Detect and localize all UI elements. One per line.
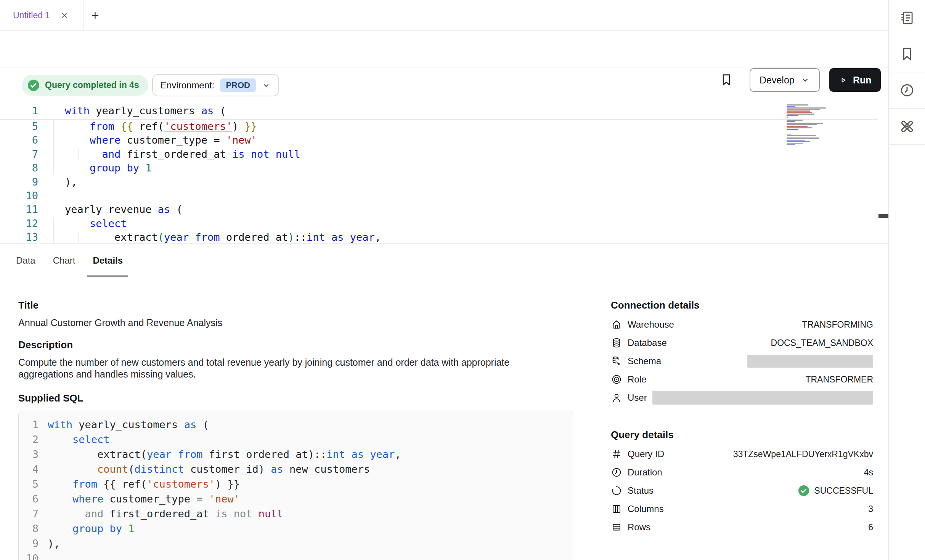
tab-untitled-1[interactable]: Untitled 1	[0, 0, 84, 30]
detail-row: DatabaseDOCS_TEAM_SANDBOX	[611, 334, 873, 352]
detail-value: 33TZseWpe1ALFDUYerxR1gVKxbv	[733, 449, 873, 459]
toolbar: Develop Run	[0, 31, 888, 67]
sql-editor[interactable]: 1with yearly_customers as ( 5 from {{ re…	[0, 103, 888, 244]
code-line: 7 and first_ordered_at is not null	[19, 506, 573, 521]
editor-lines: 5 from {{ ref('customers') }}6 where cus…	[0, 120, 888, 244]
tab-chart[interactable]: Chart	[53, 244, 75, 277]
detail-label: Status	[628, 485, 654, 496]
connection-details-list: WarehouseTRANSFORMINGDatabaseDOCS_TEAM_S…	[611, 315, 873, 407]
bookmark-icon[interactable]	[889, 36, 925, 72]
code-line: 10	[19, 551, 573, 560]
line-number: 9	[19, 536, 39, 551]
detail-row: Rows6	[611, 518, 873, 536]
detail-value: 6	[868, 522, 873, 533]
detail-value: 3	[868, 504, 873, 514]
minimap-line	[787, 141, 810, 142]
detail-value	[747, 355, 873, 368]
detail-label: Columns	[628, 504, 664, 514]
detail-row: Query ID33TZseWpe1ALFDUYerxR1gVKxbv	[611, 445, 873, 463]
line-number: 1	[19, 417, 39, 432]
minimap-line	[787, 112, 812, 113]
detail-label: Rows	[628, 522, 650, 533]
minimap-line	[787, 106, 795, 107]
connection-details-heading: Connection details	[611, 299, 873, 311]
code-line: 5 from {{ ref('customers') }}	[0, 120, 888, 133]
duration-icon	[611, 467, 622, 478]
chevron-down-icon	[262, 81, 271, 90]
minimap-line	[787, 138, 819, 139]
line-number: 5	[19, 477, 39, 491]
supplied-sql-block: 1with yearly_customers as (2 select3 ext…	[18, 411, 573, 560]
code-line: 6 where customer_type = 'new'	[19, 491, 573, 506]
new-tab-button[interactable]	[90, 10, 100, 21]
code-line: 11yearly_revenue as (	[0, 203, 888, 216]
detail-label: Schema	[628, 356, 661, 366]
editor-minimap[interactable]	[787, 104, 829, 146]
code-line: 12 select	[0, 217, 888, 230]
notebook-icon[interactable]	[889, 0, 925, 36]
schema-icon	[611, 355, 622, 367]
detail-label: Database	[628, 338, 667, 348]
line-number: 5	[0, 120, 38, 133]
description-value: Compute the number of new customers and …	[18, 357, 556, 380]
environment-value-badge: PROD	[220, 78, 256, 92]
query-details-heading: Query details	[611, 429, 873, 440]
code-line: 8 group by 1	[0, 161, 888, 175]
code-line: 9),	[0, 175, 888, 189]
app: Untitled 1 Develop Run Query completed i…	[0, 0, 925, 560]
code-line: 10	[0, 189, 888, 203]
close-icon[interactable]	[60, 11, 69, 20]
code-line: 8 group by 1	[19, 521, 573, 536]
code-line: 3 extract(year from first_ordered_at)::i…	[19, 447, 573, 462]
code-line: 13 extract(year from ordered_at)::int as…	[0, 230, 888, 244]
editor-scrollbar-thumb[interactable]	[878, 214, 888, 218]
database-icon	[611, 337, 622, 349]
description-heading: Description	[18, 339, 573, 350]
line-number: 6	[0, 133, 38, 147]
line-number: 13	[0, 230, 38, 244]
detail-label: Warehouse	[628, 319, 674, 330]
detail-row: User	[611, 389, 873, 407]
detail-row: Schema	[611, 352, 873, 370]
code-line: 7 and first_ordered_at is not null	[0, 147, 888, 161]
tab-label: Untitled 1	[13, 10, 50, 21]
role-icon	[611, 374, 622, 385]
detail-value: DOCS_TEAM_SANDBOX	[771, 338, 873, 348]
copilot-icon[interactable]	[889, 109, 925, 145]
line-number: 8	[0, 161, 38, 175]
user-icon	[611, 392, 622, 403]
details-left-column: Title Annual Customer Growth and Revenue…	[18, 277, 573, 560]
title-heading: Title	[18, 299, 573, 311]
minimap-line	[787, 109, 820, 110]
query-status-text: Query completed in 4s	[45, 80, 139, 90]
minimap-line	[787, 117, 788, 118]
tab-data[interactable]: Data	[16, 244, 35, 277]
minimap-line	[787, 135, 816, 136]
line-number: 1	[0, 103, 38, 119]
tab-details[interactable]: Details	[93, 244, 123, 277]
rows-icon	[611, 522, 622, 533]
line-number: 3	[19, 447, 39, 462]
query-status-pill: Query completed in 4s	[22, 75, 148, 96]
detail-row: StatusSUCCESSFUL	[611, 482, 873, 500]
code-line: 6 where customer_type = 'new'	[0, 133, 888, 147]
line-number: 10	[19, 551, 39, 560]
line-number: 7	[0, 147, 38, 161]
code-line: 5 from {{ ref('customers') }}	[19, 477, 573, 491]
history-icon[interactable]	[889, 72, 925, 109]
detail-value: SUCCESSFUL	[798, 485, 873, 497]
minimap-line	[787, 129, 798, 130]
minimap-line	[787, 131, 787, 132]
minimap-line	[787, 120, 803, 121]
check-circle-icon	[798, 485, 810, 497]
minimap-line	[787, 121, 795, 122]
minimap-line	[787, 134, 792, 135]
details-content: Title Annual Customer Growth and Revenue…	[0, 277, 888, 560]
main-area: Untitled 1 Develop Run Query completed i…	[0, 0, 888, 560]
detail-row: Columns3	[611, 500, 873, 518]
line-number: 11	[0, 203, 38, 216]
environment-select[interactable]: Environment: PROD	[152, 74, 279, 96]
right-sidebar	[888, 0, 925, 560]
minimap-line	[787, 104, 808, 106]
details-right-column: Connection details WarehouseTRANSFORMING…	[611, 277, 873, 536]
